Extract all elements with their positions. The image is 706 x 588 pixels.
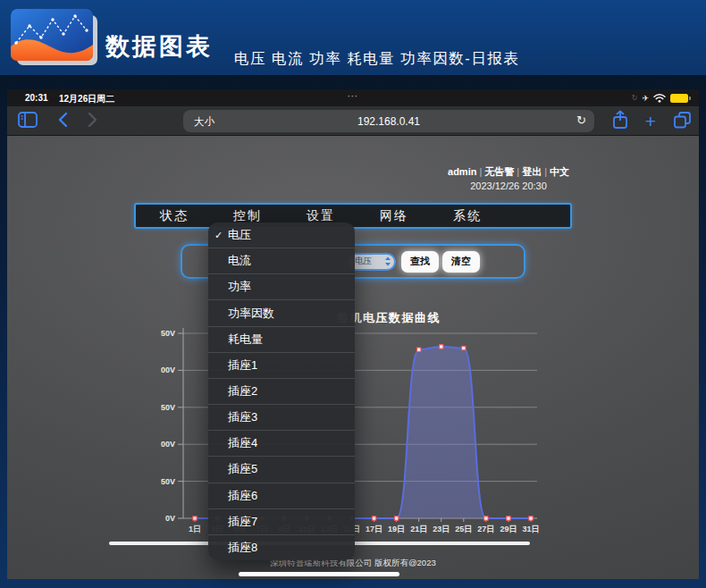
dropdown-option-7[interactable]: 插座2 (208, 378, 355, 404)
tab-overview-icon[interactable] (673, 111, 692, 132)
url-text: 192.168.0.41 (183, 115, 594, 128)
separator: | (542, 166, 550, 177)
data-point-marker (440, 345, 443, 349)
app-header: 数据图表 电压 电流 功率 耗电量 功率因数-日报表 (0, 0, 706, 75)
session-info: admin|无告警|登出|中文 2023/12/26 20:30 (448, 165, 569, 191)
nav-item-3[interactable]: 设置 (307, 208, 335, 224)
orientation-lock-icon: ↻ (632, 94, 638, 102)
dropdown-option-5[interactable]: 耗电量 (208, 326, 355, 352)
data-point-marker (507, 517, 510, 520)
x-axis-label: 29日 (500, 525, 517, 533)
dropdown-option-13[interactable]: 插座8 (208, 534, 355, 560)
home-indicator[interactable] (239, 572, 399, 576)
data-point-marker (529, 517, 533, 520)
x-axis-label: 21日 (410, 525, 427, 533)
x-axis-label: 19日 (388, 525, 405, 533)
x-axis-label: 17日 (366, 525, 382, 533)
dropdown-option-8[interactable]: 插座3 (208, 404, 355, 430)
dropdown-option-label: 插座2 (228, 383, 257, 399)
y-axis-label: 50V (161, 477, 175, 486)
back-button-icon[interactable] (57, 112, 68, 131)
alarm-status: 无告警 (484, 166, 514, 177)
logout-link[interactable]: 登出 (522, 166, 542, 177)
screenshot-root: 数据图表 电压 电流 功率 耗电量 功率因数-日报表 20:31 12月26日周… (0, 0, 706, 588)
dropdown-option-2[interactable]: 电流 (208, 248, 355, 273)
dropdown-option-1[interactable]: ✓电压 (208, 223, 355, 248)
data-point-marker (394, 517, 398, 520)
data-point-marker (484, 517, 488, 520)
main-nav: 状态控制设置网络系统 (134, 203, 572, 229)
dropdown-option-11[interactable]: 插座6 (208, 483, 355, 508)
x-axis-label: 31日 (522, 525, 539, 533)
dropdown-option-label: 插座7 (228, 514, 257, 530)
ipad-screen: 20:31 12月26日周二 ··· ↻ ✈ (7, 89, 699, 579)
dropdown-option-10[interactable]: 插座5 (208, 456, 355, 482)
share-icon[interactable] (612, 110, 628, 133)
app-logo-chart-icon (11, 9, 93, 61)
nav-item-5[interactable]: 系统 (453, 208, 482, 224)
sidebar-toggle-icon[interactable] (18, 112, 38, 131)
separator: | (514, 166, 522, 177)
dropdown-option-4[interactable]: 功率因数 (208, 299, 355, 325)
x-axis-label: 27日 (477, 525, 494, 533)
dropdown-option-label: 插座5 (228, 461, 257, 477)
data-point-marker (372, 517, 375, 520)
status-bar: 20:31 12月26日周二 ··· ↻ ✈ (7, 89, 699, 106)
clear-button[interactable]: 清空 (442, 251, 480, 273)
dropdown-option-label: 电流 (228, 253, 251, 269)
wifi-icon (653, 90, 666, 106)
data-point-marker (193, 517, 197, 520)
dropdown-option-12[interactable]: 插座7 (208, 508, 355, 534)
forward-button-icon[interactable] (88, 112, 98, 131)
app-title: 数据图表 (105, 30, 213, 63)
dropdown-option-label: 插座4 (228, 435, 257, 451)
user-name: admin (448, 166, 476, 177)
data-point-marker (416, 348, 420, 351)
nav-item-1[interactable]: 状态 (160, 208, 189, 224)
browser-toolbar: 大小 192.168.0.41 ↻ + (7, 106, 699, 136)
metric-select-value: 电压 (355, 256, 372, 267)
airplane-mode-icon: ✈ (642, 94, 649, 103)
y-axis-label: 100V (161, 440, 175, 449)
dropdown-option-label: 插座8 (228, 540, 257, 556)
select-options-popover: ✓电压电流功率功率因数耗电量插座1插座2插座3插座4插座5插座6插座7插座8 (208, 223, 355, 560)
dropdown-option-label: 插座3 (228, 409, 257, 425)
dropdown-option-label: 耗电量 (228, 332, 263, 348)
user-menu: admin|无告警|登出|中文 (448, 165, 569, 179)
dropdown-option-label: 功率因数 (228, 306, 274, 322)
address-bar[interactable]: 大小 192.168.0.41 ↻ (183, 110, 594, 132)
battery-icon (670, 94, 688, 103)
multitasking-dots-icon: ··· (7, 92, 699, 101)
select-chevrons-icon (384, 254, 391, 270)
y-axis-label: 200V (161, 365, 175, 374)
checkmark-icon: ✓ (214, 230, 223, 241)
data-point-marker (462, 346, 466, 349)
x-axis-label: 25日 (455, 525, 472, 533)
dropdown-option-6[interactable]: 插座1 (208, 352, 355, 378)
dropdown-option-label: 功率 (228, 279, 251, 295)
dropdown-option-label: 插座1 (228, 357, 257, 374)
language-link[interactable]: 中文 (550, 166, 569, 177)
y-axis-label: 250V (161, 329, 175, 338)
nav-item-2[interactable]: 控制 (233, 208, 262, 224)
y-axis-label: 150V (161, 403, 175, 412)
separator: | (476, 166, 484, 177)
x-axis-label: 1日 (189, 525, 201, 533)
server-datetime: 2023/12/26 20:30 (448, 181, 569, 191)
dropdown-option-label: 电压 (228, 227, 251, 243)
x-axis-label: 23日 (433, 525, 450, 533)
find-button[interactable]: 查找 (401, 251, 439, 273)
copyright-footer: 深圳特普瑞斯科技有限公司 版权所有@2023 (7, 558, 699, 569)
reload-icon[interactable]: ↻ (576, 113, 586, 127)
nav-item-4[interactable]: 网络 (380, 208, 408, 224)
dropdown-option-label: 插座6 (228, 488, 257, 504)
y-axis-label: 0V (165, 514, 175, 523)
report-subtitle: 电压 电流 功率 耗电量 功率因数-日报表 (234, 49, 519, 69)
dropdown-option-9[interactable]: 插座4 (208, 430, 355, 456)
new-tab-icon[interactable]: + (645, 113, 656, 130)
dropdown-option-3[interactable]: 功率 (208, 273, 355, 299)
